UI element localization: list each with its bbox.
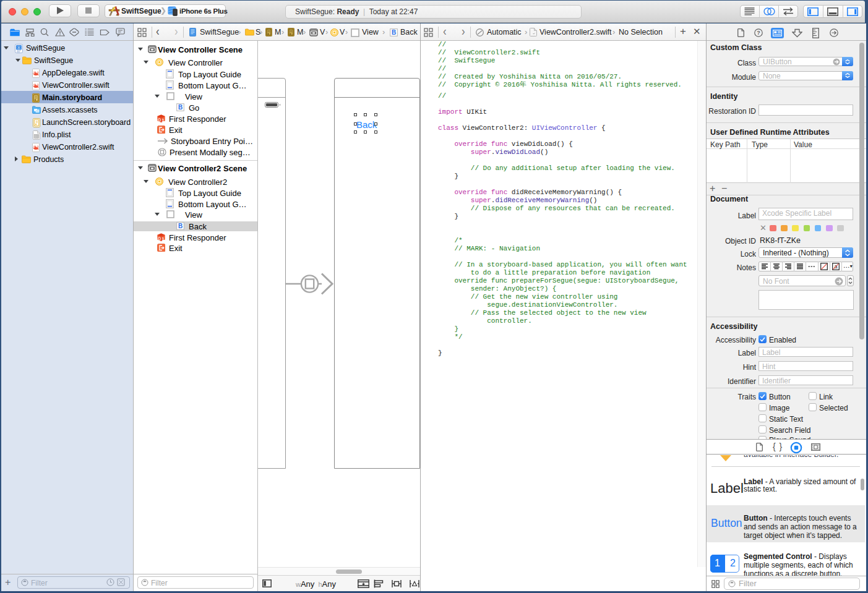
svg-text:?: ? [757,30,760,36]
